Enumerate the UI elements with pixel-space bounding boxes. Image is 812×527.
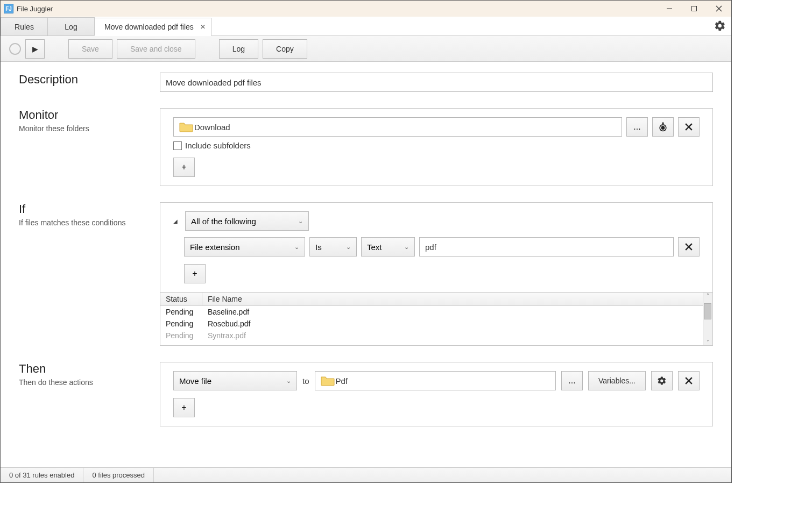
browse-destination-button[interactable]: ... — [561, 371, 583, 390]
window-controls — [657, 1, 731, 17]
description-input[interactable] — [160, 73, 713, 92]
remove-action-button[interactable] — [678, 371, 700, 390]
monitor-row: Monitor Monitor these folders Download .… — [19, 108, 713, 186]
maximize-button[interactable] — [682, 1, 707, 17]
tab-log-label: Log — [65, 23, 77, 31]
rule-editor-content: Description Monitor Monitor these folder… — [1, 62, 731, 467]
svg-point-7 — [661, 126, 665, 130]
app-window: FJ File Juggler Rules Log Move downloade… — [0, 0, 732, 483]
include-subfolders-row[interactable]: Include subfolders — [173, 141, 700, 150]
status-rules-enabled: 0 of 31 rules enabled — [1, 468, 83, 482]
plus-icon: + — [192, 269, 197, 279]
row-status: Pending — [160, 318, 202, 330]
rule-status-indicator[interactable] — [9, 43, 21, 55]
destination-folder-input[interactable]: Pdf — [315, 371, 556, 390]
tab-rules[interactable]: Rules — [1, 17, 48, 35]
tab-close-icon[interactable]: ✕ — [200, 23, 206, 31]
settings-gear-icon[interactable] — [714, 20, 726, 34]
table-row[interactable]: Pending Syntrax.pdf — [160, 330, 712, 341]
tab-log[interactable]: Log — [47, 17, 95, 35]
plus-icon: + — [181, 403, 186, 412]
condition-operator-select[interactable]: Is⌄ — [309, 237, 357, 257]
table-body: Pending Baseline.pdf Pending Rosebud.pdf… — [160, 306, 712, 341]
action-toolbar: ▶ Save Save and close Log Copy — [1, 36, 731, 62]
condition-row: File extension⌄ Is⌄ Text⌄ — [184, 237, 700, 257]
plus-icon: + — [181, 162, 186, 172]
row-status: Pending — [160, 306, 202, 318]
stopwatch-icon — [658, 122, 668, 132]
if-panel: ◢ All of the following ⌄ File extension⌄… — [160, 202, 713, 293]
play-icon: ▶ — [32, 45, 38, 53]
table-row[interactable]: Pending Rosebud.pdf — [160, 318, 712, 330]
include-subfolders-label: Include subfolders — [185, 141, 251, 150]
monitor-folder-input[interactable]: Download — [173, 117, 622, 137]
run-button[interactable]: ▶ — [25, 39, 45, 59]
row-filename: Syntrax.pdf — [202, 330, 712, 341]
save-button[interactable]: Save — [68, 39, 112, 59]
if-sub: If files matches these conditions — [19, 218, 149, 227]
then-panel: Move file⌄ to Pdf ... Variables... — [160, 362, 713, 426]
tab-active-rule[interactable]: Move downloaded pdf files ✕ — [94, 18, 211, 36]
log-label: Log — [232, 45, 245, 53]
add-monitor-folder-button[interactable]: + — [173, 158, 195, 177]
variables-button[interactable]: Variables... — [588, 371, 646, 390]
then-heading: Then — [19, 362, 149, 376]
scroll-thumb[interactable] — [704, 303, 711, 319]
chevron-down-icon: ⌄ — [298, 218, 303, 225]
close-window-button[interactable] — [707, 1, 731, 17]
close-icon — [685, 123, 693, 131]
minimize-button[interactable] — [657, 1, 682, 17]
app-icon: FJ — [4, 4, 13, 13]
match-mode-select[interactable]: All of the following ⌄ — [185, 211, 309, 231]
match-mode-label: All of the following — [191, 217, 256, 226]
chevron-down-icon: ⌄ — [346, 244, 351, 251]
log-button[interactable]: Log — [219, 39, 258, 59]
collapse-toggle-icon[interactable]: ◢ — [173, 218, 178, 224]
ellipsis-icon: ... — [633, 122, 640, 132]
remove-condition-button[interactable] — [678, 237, 700, 257]
table-row[interactable]: Pending Baseline.pdf — [160, 306, 712, 318]
action-settings-button[interactable] — [651, 371, 673, 390]
destination-folder-name: Pdf — [336, 376, 348, 386]
to-label: to — [302, 376, 309, 386]
browse-folder-button[interactable]: ... — [626, 117, 648, 137]
add-action-button[interactable]: + — [173, 398, 195, 417]
window-title: File Juggler — [17, 5, 53, 13]
condition-value-input[interactable] — [419, 237, 674, 257]
copy-button[interactable]: Copy — [263, 39, 307, 59]
add-condition-button[interactable]: + — [184, 264, 206, 283]
svg-rect-5 — [662, 123, 663, 124]
matched-files-table: Status File Name Pending Baseline.pdf Pe… — [160, 292, 713, 346]
monitor-sub: Monitor these folders — [19, 124, 149, 133]
col-status-header[interactable]: Status — [160, 293, 202, 305]
remove-folder-button[interactable] — [678, 117, 700, 137]
close-icon — [685, 377, 693, 384]
scroll-up-icon[interactable]: ˄ — [707, 293, 709, 298]
svg-rect-1 — [692, 6, 697, 11]
folder-icon — [321, 375, 335, 386]
table-header: Status File Name — [160, 293, 712, 306]
col-filename-header[interactable]: File Name — [202, 293, 712, 305]
folder-icon — [179, 122, 193, 132]
chevron-down-icon: ⌄ — [294, 244, 299, 251]
copy-label: Copy — [276, 45, 294, 53]
save-and-close-button[interactable]: Save and close — [117, 39, 195, 59]
gear-icon — [657, 376, 667, 386]
condition-property-select[interactable]: File extension⌄ — [184, 237, 305, 257]
tab-active-label: Move downloaded pdf files — [104, 23, 194, 31]
if-heading: If — [19, 202, 149, 216]
row-filename: Rosebud.pdf — [202, 318, 712, 330]
condition-type-select[interactable]: Text⌄ — [361, 237, 415, 257]
ellipsis-icon: ... — [568, 376, 575, 386]
include-subfolders-checkbox[interactable] — [173, 141, 182, 150]
close-icon — [685, 243, 693, 251]
monitor-timer-button[interactable] — [652, 117, 674, 137]
action-label: Move file — [179, 376, 211, 386]
action-select[interactable]: Move file⌄ — [173, 371, 297, 390]
chevron-down-icon: ⌄ — [286, 378, 291, 384]
tab-rules-label: Rules — [15, 23, 34, 31]
condition-property-label: File extension — [190, 243, 240, 252]
table-scrollbar[interactable]: ˄ ˅ — [703, 293, 712, 345]
description-row: Description — [19, 73, 713, 92]
scroll-down-icon[interactable]: ˅ — [707, 339, 709, 345]
